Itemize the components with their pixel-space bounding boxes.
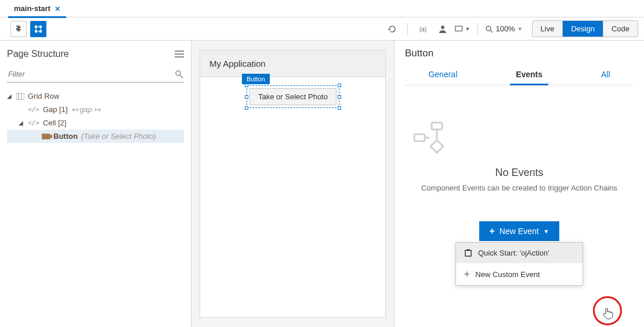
page-structure-panel: Page Structure ◢ Grid Row </> Gap [1] ↤ … — [0, 41, 191, 327]
dropdown-label: Quick Start: 'ojAction' — [478, 249, 549, 257]
svg-rect-18 — [432, 123, 442, 130]
structure-tree: ◢ Grid Row </> Gap [1] ↤ gap ↦ ◢ </> Cel… — [7, 89, 184, 143]
zoom-value: 100% — [495, 24, 515, 33]
new-event-label: New Event — [500, 227, 539, 236]
filter-input[interactable] — [7, 66, 175, 82]
resize-handle[interactable] — [338, 95, 341, 99]
file-tabbar: main-start × — [0, 0, 644, 17]
dropdown-item-quickstart[interactable]: Quick Start: 'ojAction' — [456, 243, 583, 263]
svg-rect-14 — [16, 93, 24, 100]
tree-hint: (Take or Select Photo) — [81, 132, 156, 141]
chevron-down-icon: ▼ — [465, 26, 471, 32]
resize-handle[interactable] — [338, 84, 341, 87]
zoom-control[interactable]: 100% ▼ — [485, 24, 522, 33]
properties-title: Button — [405, 48, 634, 59]
device-preview-button[interactable]: ▼ — [454, 21, 471, 37]
view-mode-group: Live Design Code — [532, 20, 638, 37]
flow-icon — [411, 120, 628, 155]
svg-point-7 — [486, 26, 491, 31]
svg-line-8 — [490, 30, 493, 33]
svg-rect-1 — [39, 26, 42, 28]
chevron-down-icon: ▼ — [544, 228, 549, 235]
structure-view-button[interactable] — [30, 21, 46, 37]
svg-text:(a): (a) — [419, 26, 426, 33]
mode-live-button[interactable]: Live — [533, 21, 563, 37]
properties-tabs: General Events All — [405, 65, 634, 85]
app-header: My Application — [200, 51, 385, 77]
tree-hint: ↤ gap ↦ — [71, 105, 101, 114]
tab-general[interactable]: General — [426, 65, 460, 85]
new-event-button[interactable]: + New Event ▼ — [479, 221, 560, 241]
properties-panel: Button General Events All No Events Comp… — [395, 41, 644, 327]
translate-button[interactable]: (a) — [415, 21, 431, 37]
component-tag-label: Button — [242, 74, 270, 84]
code-icon: </> — [28, 106, 39, 113]
events-empty-state: No Events Component Events can be create… — [405, 85, 634, 204]
svg-rect-20 — [467, 249, 469, 251]
tree-node-grid-row[interactable]: ◢ Grid Row — [7, 89, 184, 103]
grid-icon — [16, 93, 24, 100]
tree-node-button[interactable]: Button (Take or Select Photo) — [7, 130, 184, 143]
chevron-down-icon: ▼ — [518, 26, 523, 32]
top-toolbar: (a) ▼ 100% ▼ Live Design Code — [0, 17, 644, 41]
svg-rect-17 — [414, 134, 425, 141]
tree-label: Button — [53, 132, 78, 141]
search-icon[interactable] — [175, 70, 184, 79]
toolbar-divider — [477, 23, 478, 35]
button-icon — [42, 134, 50, 139]
mode-design-button[interactable]: Design — [562, 21, 602, 37]
svg-point-12 — [176, 71, 180, 76]
plus-icon: + — [490, 226, 495, 236]
dropdown-label: New Custom Event — [475, 270, 540, 279]
dropdown-item-custom[interactable]: + New Custom Event — [456, 263, 583, 285]
panel-menu-icon[interactable] — [175, 50, 184, 58]
tab-all[interactable]: All — [599, 65, 613, 85]
close-icon[interactable]: × — [55, 3, 60, 13]
resize-handle[interactable] — [245, 106, 248, 110]
tree-label: Gap [1] — [43, 105, 68, 114]
tree-node-gap[interactable]: </> Gap [1] ↤ gap ↦ — [7, 103, 184, 116]
svg-rect-6 — [455, 26, 462, 30]
svg-rect-2 — [35, 30, 37, 33]
svg-rect-3 — [39, 30, 42, 33]
file-tab-main-start[interactable]: main-start × — [8, 0, 66, 17]
code-icon: </> — [28, 119, 39, 127]
mode-code-button[interactable]: Code — [603, 21, 638, 37]
tree-label: Grid Row — [28, 92, 59, 100]
components-palette-button[interactable] — [10, 21, 27, 37]
tree-node-cell[interactable]: ◢ </> Cell [2] — [7, 116, 184, 130]
design-canvas[interactable]: My Application Button Take or Select Pho… — [191, 41, 395, 327]
caret-icon: ◢ — [7, 93, 13, 99]
selection-outline[interactable]: Take or Select Photo — [247, 85, 339, 108]
user-roles-button[interactable] — [435, 21, 451, 37]
new-event-dropdown: Quick Start: 'ojAction' + New Custom Eve… — [455, 242, 583, 286]
resize-handle[interactable] — [338, 106, 341, 110]
caret-icon: ◢ — [19, 120, 24, 126]
file-tab-label: main-start — [14, 4, 50, 13]
resize-handle[interactable] — [245, 84, 248, 87]
resize-handle[interactable] — [245, 95, 248, 99]
empty-subtitle: Component Events can be created to trigg… — [411, 184, 628, 192]
svg-rect-0 — [35, 26, 37, 28]
app-frame: My Application Button Take or Select Pho… — [200, 50, 386, 318]
annotation-circle — [593, 296, 622, 325]
tab-events[interactable]: Events — [513, 65, 545, 85]
svg-rect-19 — [465, 250, 471, 256]
toolbar-divider — [407, 23, 408, 35]
plus-icon: + — [464, 269, 469, 279]
cursor-icon — [602, 307, 614, 319]
svg-line-13 — [180, 75, 183, 78]
panel-title-label: Page Structure — [7, 49, 69, 59]
reload-button[interactable] — [384, 21, 400, 37]
canvas-button-component[interactable]: Take or Select Photo — [249, 88, 337, 105]
empty-title: No Events — [411, 167, 628, 179]
tree-label: Cell [2] — [43, 118, 66, 127]
search-icon — [485, 25, 493, 33]
quickstart-icon — [464, 249, 472, 257]
svg-point-5 — [441, 26, 444, 29]
